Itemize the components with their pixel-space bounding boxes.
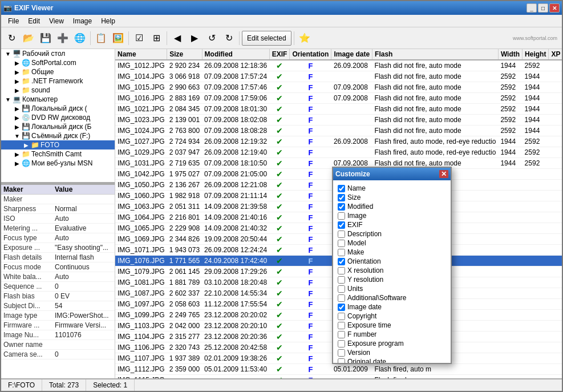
customize-checkbox[interactable]	[338, 221, 345, 229]
customize-checkbox[interactable]	[338, 294, 345, 302]
toolbar-refresh[interactable]: ↻	[3, 30, 19, 46]
tree-expand-desktop[interactable]: ▼	[5, 50, 11, 57]
tree-item-sound[interactable]: ▶ 📁 sound	[1, 86, 115, 95]
menu-edit[interactable]: Edit	[23, 16, 44, 26]
tree-expand-techsmith[interactable]: ▶	[14, 151, 21, 157]
customize-checkbox[interactable]	[338, 340, 345, 347]
table-row[interactable]: IMG_1023.JPG 2 139 001 07.09.2008 18:02:…	[115, 115, 562, 126]
col-size[interactable]: Size	[167, 49, 202, 60]
customize-check-item[interactable]: Copyright	[337, 312, 447, 321]
col-height[interactable]: Height	[523, 49, 549, 60]
customize-check-item[interactable]: Additional\Software	[337, 293, 447, 302]
tree-item-localdisk-c[interactable]: ▶ 💾 Локальный диск (	[1, 104, 115, 113]
tree-expand-localdisk-b[interactable]: ▶	[14, 123, 21, 130]
dialog-body[interactable]: NameSizeModifiedImageEXIFDescriptionMode…	[333, 180, 451, 363]
table-row[interactable]: IMG_1012.JPG 2 920 234 26.09.2008 12:18:…	[115, 60, 562, 71]
col-modified[interactable]: Modified	[202, 49, 269, 60]
tree-item-localdisk-b[interactable]: ▶ 💾 Локальный диск (Б	[1, 122, 115, 131]
toolbar-star[interactable]: ⭐	[297, 30, 313, 46]
toolbar-globe[interactable]: 🌐	[72, 30, 88, 46]
toolbar-check[interactable]: ☑	[131, 30, 147, 46]
toolbar-open-folder[interactable]: 📂	[21, 30, 37, 46]
customize-checkbox[interactable]	[338, 349, 345, 357]
customize-check-item[interactable]: Orientation	[337, 257, 447, 266]
customize-checkbox[interactable]	[338, 285, 345, 293]
customize-check-item[interactable]: F number	[337, 330, 447, 339]
customize-checkbox[interactable]	[338, 194, 345, 201]
customize-checkbox[interactable]	[338, 258, 345, 265]
menu-help[interactable]: Help	[96, 16, 120, 26]
customize-checkbox[interactable]	[338, 249, 345, 256]
customize-check-item[interactable]: Exposure time	[337, 321, 447, 330]
tree-expand-netfw[interactable]: ▶	[14, 78, 21, 84]
tree-item-techsmith[interactable]: ▶ 📁 TechSmith Camt	[1, 149, 115, 159]
customize-checkbox[interactable]	[338, 313, 345, 320]
dialog-close-button[interactable]: ✕	[439, 170, 448, 178]
col-flash[interactable]: Flash	[372, 49, 499, 60]
toolbar-rotate-right[interactable]: ↻	[221, 30, 237, 46]
customize-check-item[interactable]: Original date	[337, 357, 447, 363]
customize-checkbox[interactable]	[338, 203, 345, 211]
customize-check-item[interactable]: Description	[337, 229, 447, 239]
tree-item-desktop[interactable]: ▼ 🖥️ Рабочий стол	[1, 49, 115, 58]
customize-checkbox[interactable]	[338, 358, 345, 363]
minimize-button[interactable]: _	[526, 3, 537, 13]
table-row[interactable]: IMG_1029.JPG 2 037 947 26.09.2008 12:19:…	[115, 147, 562, 158]
customize-check-item[interactable]: Image date	[337, 302, 447, 312]
customize-checkbox[interactable]	[338, 185, 345, 192]
customize-check-item[interactable]: Name	[337, 184, 447, 193]
toolbar-add[interactable]: ➕	[55, 30, 71, 46]
close-button[interactable]: ✕	[549, 3, 560, 13]
customize-checkbox[interactable]	[338, 276, 345, 284]
tree-expand-removable-f[interactable]: ▼	[14, 132, 21, 139]
customize-check-item[interactable]: Y resolution	[337, 275, 447, 284]
table-row[interactable]: IMG_1024.JPG 2 763 800 07.09.2008 18:08:…	[115, 126, 562, 136]
table-row[interactable]: IMG_1015.JPG 2 990 663 07.09.2008 17:57:…	[115, 82, 562, 93]
menu-image[interactable]: Image	[68, 16, 96, 26]
menu-view[interactable]: View	[44, 16, 68, 26]
customize-check-item[interactable]: Units	[337, 284, 447, 293]
tree-expand-obshie[interactable]: ▶	[14, 68, 21, 75]
tree-expand-msn[interactable]: ▶	[14, 160, 21, 167]
tree-expand-dvdrw[interactable]: ▶	[14, 114, 21, 121]
customize-checkbox[interactable]	[338, 267, 345, 274]
tree-expand-localdisk-c[interactable]: ▶	[14, 105, 21, 112]
customize-check-item[interactable]: Modified	[337, 202, 447, 211]
customize-check-item[interactable]: Version	[337, 348, 447, 357]
customize-check-item[interactable]: Make	[337, 248, 447, 257]
table-row[interactable]: IMG_1016.JPG 2 883 169 07.09.2008 17:59:…	[115, 93, 562, 104]
customize-check-item[interactable]: Model	[337, 239, 447, 248]
customize-check-item[interactable]: X resolution	[337, 266, 447, 275]
tree-expand-foto[interactable]: ▶	[23, 142, 30, 148]
customize-checkbox[interactable]	[338, 322, 345, 329]
customize-checkbox[interactable]	[338, 331, 345, 338]
col-width[interactable]: Width	[498, 49, 522, 60]
edit-selected-button[interactable]: Edit selected	[242, 31, 291, 46]
col-orientation[interactable]: Orientation	[290, 49, 331, 60]
toolbar-copy[interactable]: 📋	[93, 30, 109, 46]
customize-checkbox[interactable]	[338, 304, 345, 311]
toolbar-right[interactable]: ▶	[187, 30, 202, 46]
customize-check-item[interactable]: EXIF	[337, 220, 447, 229]
table-row[interactable]: IMG_1027.JPG 2 724 934 26.09.2008 12:19:…	[115, 136, 562, 147]
toolbar-grid[interactable]: ⊞	[148, 30, 164, 46]
tree-item-dvdrw[interactable]: ▶ 💿 DVD RW дисковод	[1, 113, 115, 122]
table-row[interactable]: IMG_1021.JPG 2 084 345 07.09.2008 18:01:…	[115, 104, 562, 115]
tree-item-computer[interactable]: ▼ 💻 Компьютер	[1, 95, 115, 104]
menu-file[interactable]: File	[3, 16, 23, 26]
tree-item-obshie[interactable]: ▶ 📁 Общие	[1, 67, 115, 76]
toolbar-save[interactable]: 💾	[38, 30, 54, 46]
col-exif[interactable]: EXIF	[269, 49, 290, 60]
tree-expand-sound[interactable]: ▶	[14, 87, 21, 94]
col-image-date[interactable]: Image date	[331, 49, 372, 60]
customize-check-item[interactable]: Image	[337, 211, 447, 220]
tree-expand-computer[interactable]: ▼	[5, 96, 11, 103]
tree-item-netfw[interactable]: ▶ 📁 .NET Framework	[1, 76, 115, 86]
table-row[interactable]: IMG_1112.JPG 2 359 000 05.01.2009 11:53:…	[115, 364, 562, 375]
customize-checkbox[interactable]	[338, 231, 345, 238]
col-name[interactable]: Name	[115, 49, 167, 60]
customize-checkbox[interactable]	[338, 240, 345, 247]
tree-expand-softportal[interactable]: ▶	[14, 59, 21, 66]
folder-tree[interactable]: ▼ 🖥️ Рабочий стол ▶ 🌐 SoftPortal.com ▶ 📁…	[1, 49, 115, 184]
tree-item-foto[interactable]: ▶ 📁 FOTO	[1, 140, 115, 149]
